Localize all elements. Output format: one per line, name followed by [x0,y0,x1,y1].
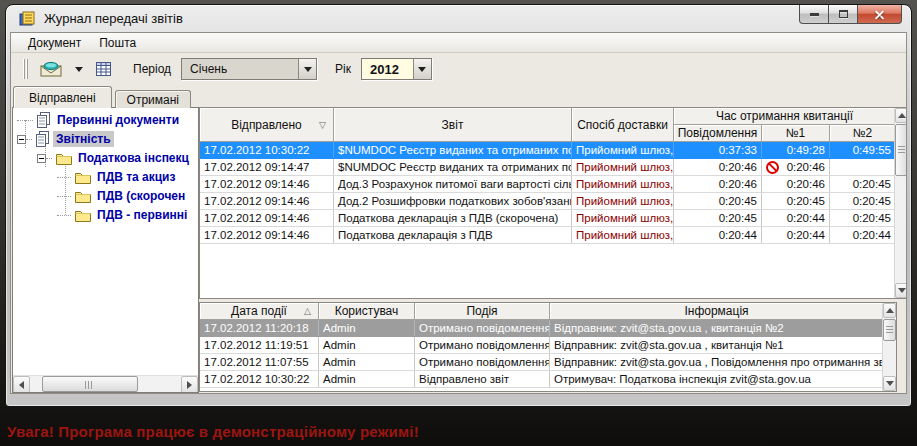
column-header-label: Відправлено [231,118,302,132]
cell-report: Дод.2 Розшифровки податкових зобов'язань… [334,193,572,209]
column-header-sent[interactable]: Відправлено ▽ [200,108,334,142]
tree-item-pdv-short[interactable]: ПДВ (скорочен [57,187,188,205]
tree-item-label: Первинні документи [54,112,182,128]
tree-item-label: ПДВ - первинні [94,207,190,223]
cell-n1-value: 0:20:46 [787,161,825,173]
column-header-n1[interactable]: №1 [762,125,830,142]
cell-event: Відправлено звіт [415,371,550,387]
scrollbar-thumb[interactable] [883,319,896,341]
column-header-label: №1 [786,126,806,140]
period-value: Січень [182,59,298,79]
titlebar[interactable]: Журнал передачі звітів [6,5,911,32]
sent-reports-vertical-scrollbar[interactable] [894,108,907,298]
menu-mail[interactable]: Пошта [90,34,145,52]
report-tree-panel: Первинні документи Звітність [12,107,199,393]
cell-n2: 0:20:45 [830,210,896,226]
scroll-up-button[interactable] [883,303,896,318]
period-dropdown-button[interactable] [298,59,316,79]
maximize-icon [839,10,848,18]
tabstrip: Відправлені Отримані [13,85,194,108]
cell-notification: 0:20:44 [674,227,762,243]
tree-item-label: Звітність [53,131,114,147]
year-combobox[interactable]: 2012 [361,58,432,80]
scroll-down-button[interactable] [895,283,907,298]
column-header-event[interactable]: Подія [415,303,550,320]
cell-n1: 0:49:28 [762,142,830,158]
cell-notification: 0:20:45 [674,193,762,209]
column-header-n2[interactable]: №2 [830,125,896,142]
column-header-info[interactable]: Інформація [550,303,884,320]
tree-item-pdv-akcyz[interactable]: ПДВ та акциз [57,168,178,186]
tree-item-primary-docs[interactable]: Первинні документи [17,111,182,129]
tab-received[interactable]: Отримані [115,90,191,108]
maximize-button[interactable] [828,5,858,24]
cell-event: Отримано повідомлення [415,354,550,370]
table-row[interactable]: 17.02.2012 09:14:46 Дод.2 Розшифровки по… [200,193,896,210]
cell-n1: 0:20:46 [762,176,830,192]
column-header-user[interactable]: Користувач [319,303,415,320]
send-options-dropdown[interactable] [66,57,92,81]
events-header: Дата події △ Користувач Подія Інформація [200,303,884,320]
scrollbar-thumb[interactable] [895,124,907,176]
table-row[interactable]: 17.02.2012 11:19:51 Admin Отримано повід… [200,337,884,354]
column-header-report[interactable]: Звіт [334,108,572,142]
events-rows: 17.02.2012 11:20:18 Admin Отримано повід… [200,320,884,388]
chevron-down-icon [304,67,312,72]
table-row[interactable]: 17.02.2012 09:14:46 Податкова декларація… [200,227,896,244]
cell-n1: 0:20:46 [762,159,830,175]
tree-collapse-icon[interactable] [37,154,46,163]
tree-horizontal-scrollbar[interactable] [13,375,198,392]
toolbar-gripper[interactable] [23,59,29,79]
journal-view-button[interactable] [92,57,115,81]
minimize-button[interactable] [799,5,829,24]
menu-document[interactable]: Документ [19,34,90,52]
scroll-up-button[interactable] [895,108,907,123]
tree-item-pdv-primary[interactable]: ПДВ - первинні [57,206,190,224]
close-icon [874,9,885,20]
cell-n1: 0:20:44 [762,227,830,243]
cell-sent: 17.02.2012 09:14:47 [200,159,334,175]
column-header-notification[interactable]: Повідомлення [674,125,762,142]
cell-notification: 0:20:46 [674,159,762,175]
sort-asc-icon: △ [304,306,311,316]
cell-n1: 0:20:45 [762,193,830,209]
table-row[interactable]: 17.02.2012 11:07:55 Admin Отримано повід… [200,354,884,371]
sent-reports-header: Відправлено ▽ Звіт Спосіб доставки Час о… [200,108,896,142]
table-row[interactable]: 17.02.2012 10:30:22 Admin Відправлено зв… [200,371,884,388]
table-row[interactable]: 17.02.2012 09:14:47 $NUMDOC Реєстр видан… [200,159,896,176]
tree-item-label: Податкова інспекц [75,150,192,166]
table-row[interactable]: 17.02.2012 11:20:18 Admin Отримано повід… [200,320,884,337]
cell-delivery: Прийомний шлюз, е [572,193,674,209]
folder-icon [56,152,72,165]
cell-event: Отримано повідомлення [415,337,550,353]
cell-event-date: 17.02.2012 11:19:51 [200,337,319,353]
column-header-event-date[interactable]: Дата події △ [200,303,319,320]
close-button[interactable] [857,5,902,24]
cell-notification: 0:20:46 [674,176,762,192]
scrollbar-track[interactable] [30,376,181,392]
column-header-delivery[interactable]: Спосіб доставки [572,108,674,142]
send-report-button[interactable] [36,57,66,81]
year-dropdown-button[interactable] [413,59,431,79]
period-combobox[interactable]: Січень [181,58,317,80]
scroll-left-button[interactable] [13,376,30,393]
folder-icon [75,209,91,222]
sort-desc-icon: ▽ [319,120,326,130]
blocked-receipt-icon [766,161,779,174]
dropdown-arrow-icon [75,67,83,72]
table-row[interactable]: 17.02.2012 10:30:22 $NUMDOC Реєстр видан… [200,142,896,159]
table-row[interactable]: 17.02.2012 09:14:46 Податкова декларація… [200,210,896,227]
tree-item-reporting[interactable]: Звітність [17,130,114,148]
tree-collapse-icon[interactable] [17,135,26,144]
arrow-down-icon [886,381,894,386]
cell-user: Admin [319,320,415,336]
app-icon [19,11,35,27]
tab-sent[interactable]: Відправлені [13,86,112,108]
toolbar: Період Січень Рік 2012 [11,54,906,84]
scrollbar-thumb[interactable] [42,376,138,392]
tree-item-tax-inspection[interactable]: Податкова інспекц [37,149,192,167]
table-row[interactable]: 17.02.2012 09:14:46 Дод.3 Розрахунок пит… [200,176,896,193]
scroll-right-button[interactable] [181,376,198,393]
scroll-down-button[interactable] [883,376,896,391]
events-vertical-scrollbar[interactable] [882,303,896,391]
